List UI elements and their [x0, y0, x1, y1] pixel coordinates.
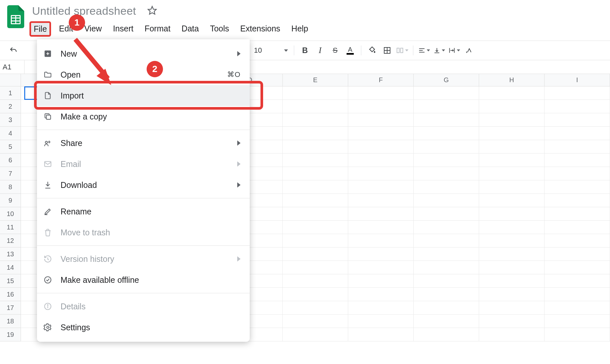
cell[interactable] — [545, 288, 610, 301]
cell[interactable] — [414, 247, 479, 261]
cell[interactable] — [414, 86, 479, 100]
borders-button[interactable] — [380, 44, 395, 57]
column-header[interactable]: E — [283, 74, 348, 86]
select-all-corner[interactable] — [0, 74, 21, 86]
vertical-align-button[interactable] — [432, 44, 447, 57]
menu-item-version-history[interactable]: Version history — [37, 248, 250, 269]
cell[interactable] — [479, 301, 545, 314]
cell[interactable] — [479, 100, 545, 113]
row-header[interactable]: 2 — [0, 100, 21, 113]
cell[interactable] — [479, 261, 545, 274]
cell[interactable] — [545, 315, 610, 328]
cell[interactable] — [283, 154, 348, 167]
menu-item-make-available-offline[interactable]: Make available offline — [37, 269, 250, 290]
strikethrough-button[interactable]: S — [328, 44, 343, 57]
cell[interactable] — [479, 315, 545, 328]
cell[interactable] — [479, 221, 545, 234]
cell[interactable] — [545, 261, 610, 274]
cell[interactable] — [545, 234, 610, 247]
cell[interactable] — [545, 154, 610, 167]
menu-item-details[interactable]: Details — [37, 296, 250, 317]
row-header[interactable]: 5 — [0, 140, 21, 154]
cell[interactable] — [414, 154, 479, 167]
cell[interactable] — [414, 234, 479, 247]
cell[interactable] — [348, 167, 414, 180]
cell[interactable] — [348, 194, 414, 207]
cell[interactable] — [348, 234, 414, 247]
cell[interactable] — [414, 207, 479, 220]
cell[interactable] — [414, 100, 479, 113]
fill-color-button[interactable] — [365, 44, 380, 57]
row-header[interactable]: 7 — [0, 167, 21, 180]
cell[interactable] — [283, 315, 348, 328]
cell[interactable] — [283, 328, 348, 341]
cell[interactable] — [414, 221, 479, 234]
menu-help[interactable]: Help — [288, 21, 311, 37]
menu-item-download[interactable]: Download — [37, 174, 250, 195]
row-header[interactable]: 10 — [0, 207, 21, 221]
row-header[interactable]: 15 — [0, 274, 21, 288]
cell[interactable] — [479, 113, 545, 126]
cell[interactable] — [545, 167, 610, 180]
cell[interactable] — [283, 140, 348, 153]
cell[interactable] — [283, 234, 348, 247]
cell[interactable] — [414, 315, 479, 328]
cell[interactable] — [348, 127, 414, 140]
menu-item-move-to-trash[interactable]: Move to trash — [37, 222, 250, 243]
cell[interactable] — [283, 180, 348, 193]
cell[interactable] — [479, 288, 545, 301]
cell[interactable] — [545, 221, 610, 234]
row-header[interactable]: 9 — [0, 194, 21, 207]
cell[interactable] — [414, 301, 479, 314]
row-header[interactable]: 19 — [0, 328, 21, 341]
cell[interactable] — [545, 274, 610, 287]
row-header[interactable]: 3 — [0, 113, 21, 127]
menu-tools[interactable]: Tools — [207, 21, 232, 37]
cell[interactable] — [348, 140, 414, 153]
cell[interactable] — [348, 247, 414, 261]
menu-insert[interactable]: Insert — [110, 21, 137, 37]
column-header[interactable]: H — [479, 74, 545, 86]
name-box[interactable]: A1 — [0, 63, 24, 71]
cell[interactable] — [348, 301, 414, 314]
menu-format[interactable]: Format — [141, 21, 174, 37]
text-rotation-button[interactable] — [462, 44, 477, 57]
row-header[interactable]: 8 — [0, 180, 21, 194]
cell[interactable] — [283, 113, 348, 126]
cell[interactable] — [283, 167, 348, 180]
cell[interactable] — [348, 288, 414, 301]
cell[interactable] — [479, 328, 545, 341]
cell[interactable] — [545, 113, 610, 126]
cell[interactable] — [545, 140, 610, 153]
star-icon[interactable] — [147, 6, 157, 17]
horizontal-align-button[interactable] — [417, 44, 432, 57]
cell[interactable] — [348, 221, 414, 234]
cell[interactable] — [414, 127, 479, 140]
cell[interactable] — [479, 140, 545, 153]
cell[interactable] — [283, 100, 348, 113]
cell[interactable] — [283, 261, 348, 274]
cell[interactable] — [479, 167, 545, 180]
merge-cells-button[interactable] — [395, 44, 410, 57]
cell[interactable] — [348, 154, 414, 167]
cell[interactable] — [283, 86, 348, 100]
cell[interactable] — [283, 301, 348, 314]
text-wrap-button[interactable] — [447, 44, 462, 57]
menu-extensions[interactable]: Extensions — [237, 21, 283, 37]
cell[interactable] — [545, 328, 610, 341]
cell[interactable] — [479, 194, 545, 207]
cell[interactable] — [348, 86, 414, 100]
menu-item-make-a-copy[interactable]: Make a copy — [37, 106, 250, 127]
menu-file[interactable]: File — [29, 21, 51, 37]
row-header[interactable]: 11 — [0, 221, 21, 234]
row-header[interactable]: 12 — [0, 234, 21, 247]
cell[interactable] — [414, 180, 479, 193]
column-header[interactable]: G — [414, 74, 479, 86]
cell[interactable] — [414, 140, 479, 153]
column-header[interactable]: F — [348, 74, 414, 86]
cell[interactable] — [479, 207, 545, 220]
cell[interactable] — [479, 180, 545, 193]
cell[interactable] — [283, 247, 348, 261]
cell[interactable] — [479, 234, 545, 247]
cell[interactable] — [348, 207, 414, 220]
